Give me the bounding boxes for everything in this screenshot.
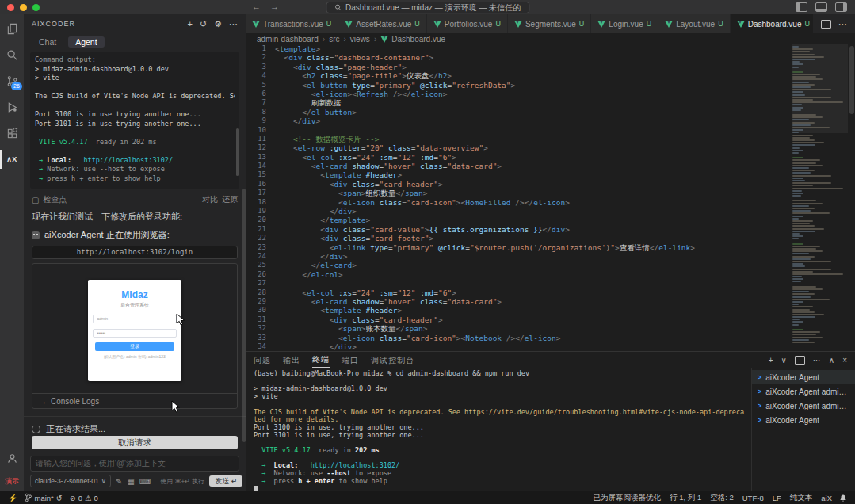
problems-item[interactable]: ⊘ 0 ⚠ 0: [70, 494, 98, 502]
code-line[interactable]: 1<template>: [246, 44, 855, 53]
forward-icon[interactable]: →: [270, 2, 279, 11]
code-line[interactable]: 34 </div>: [246, 342, 855, 351]
panel-tab-问题[interactable]: 问题: [254, 353, 271, 368]
breadcrumb-item[interactable]: src: [329, 35, 339, 44]
terminal-list-item[interactable]: >aiXcoder Agent admin-da...: [752, 384, 855, 399]
code-line[interactable]: 5 <el-button type="primary" @click="refr…: [246, 81, 855, 90]
code-line[interactable]: 10: [246, 126, 855, 135]
compare-link[interactable]: 对比: [202, 194, 218, 205]
toggle-sidebar-icon[interactable]: [796, 2, 807, 12]
code-line[interactable]: 26 </el-col>: [246, 270, 855, 279]
status-item[interactable]: aiX: [821, 494, 832, 502]
code-line[interactable]: 12 <el-row :gutter="20" class="data-over…: [246, 143, 855, 152]
notifications-bell-icon[interactable]: [839, 494, 847, 502]
code-line[interactable]: 13 <el-col :xs="24" :sm="12" :md="6">: [246, 153, 855, 162]
code-line[interactable]: 14 <el-card shadow="hover" class="data-c…: [246, 162, 855, 170]
editor-tab-transactions.vue[interactable]: Transactions.vueU: [246, 14, 338, 33]
breadcrumb-item[interactable]: views: [350, 35, 370, 44]
command-center[interactable]: Dashboard.vue — midaz — 演示环境 — 未信任的: [326, 2, 529, 13]
more-actions-icon[interactable]: ⋯: [838, 19, 847, 29]
code-line[interactable]: 19 </div>: [246, 207, 855, 216]
aixcoder-icon[interactable]: ∧X: [0, 151, 24, 167]
code-line[interactable]: 17 <span>组织数量</span>: [246, 189, 855, 197]
code-line[interactable]: 30 <template #header>: [246, 306, 855, 315]
back-icon[interactable]: ←: [252, 2, 261, 11]
minimap[interactable]: [792, 46, 848, 351]
code-line[interactable]: 21 <div class="card-value">{{ stats.orga…: [246, 225, 855, 234]
login-button[interactable]: 登录: [95, 342, 174, 351]
code-line[interactable]: 8 </el-button>: [246, 108, 855, 116]
code-line[interactable]: 9 </div>: [246, 116, 855, 125]
status-item[interactable]: LF: [773, 494, 781, 502]
editor-scrollbar[interactable]: [849, 44, 855, 351]
panel-tab-输出[interactable]: 输出: [283, 353, 300, 368]
terminal-profile-icon[interactable]: ∨: [781, 356, 787, 365]
editor-tab-layout.vue[interactable]: Layout.vueU: [658, 14, 730, 33]
close-window-button[interactable]: [7, 4, 14, 11]
editor-tab-login.vue[interactable]: Login.vueU: [591, 14, 658, 33]
code-line[interactable]: 27: [246, 279, 855, 288]
code-line[interactable]: 23 <el-link type="primary" @click="$rout…: [246, 243, 855, 252]
explorer-icon[interactable]: [0, 21, 24, 36]
settings-icon[interactable]: ⚙: [214, 19, 222, 29]
toggle-panel-icon[interactable]: [815, 2, 827, 12]
chat-input[interactable]: 请输入您的问题，使用'@'添加上下文: [30, 456, 239, 472]
status-item[interactable]: 行 1, 列 1: [670, 493, 701, 503]
code-line[interactable]: 25 </el-card>: [246, 261, 855, 269]
source-control-icon[interactable]: 26: [0, 73, 24, 89]
send-button[interactable]: 发送 ↵: [209, 475, 242, 487]
password-field[interactable]: ••••••: [93, 329, 176, 338]
more-icon[interactable]: ⋯: [229, 19, 238, 29]
split-editor-icon[interactable]: [821, 20, 831, 29]
code-line[interactable]: 18 <el-icon class="card-icon"><HomeFille…: [246, 198, 855, 207]
breadcrumb-item[interactable]: admin-dashboard: [257, 35, 319, 44]
more-icon[interactable]: ⋯: [813, 356, 821, 365]
browser-url-bar[interactable]: http://localhost:3102/login: [32, 246, 238, 259]
terminal[interactable]: (base) baibing@MacBook-Pro midaz % cd ad…: [246, 368, 752, 491]
editor-tab-dashboard.vue[interactable]: Dashboard.vueU×: [731, 14, 813, 33]
status-item[interactable]: 纯文本: [790, 493, 813, 503]
maximize-window-button[interactable]: [32, 4, 40, 11]
editor-tab-portfolios.vue[interactable]: Portfolios.vueU: [427, 14, 508, 33]
profile-badge[interactable]: 演示: [5, 476, 19, 487]
sidebar-scrollbar[interactable]: [242, 189, 246, 442]
new-chat-icon[interactable]: +: [187, 19, 192, 29]
tab-chat[interactable]: Chat: [32, 36, 63, 48]
model-selector[interactable]: claude-3-7-sonnet-01 ∨: [30, 475, 111, 487]
terminal-list-item[interactable]: >aiXcoder Agent: [752, 413, 855, 427]
panel-tab-调试控制台[interactable]: 调试控制台: [371, 353, 414, 368]
close-panel-icon[interactable]: ×: [842, 356, 847, 365]
pen-icon[interactable]: ✎: [116, 477, 122, 486]
code-line[interactable]: 4 <h2 class="page-title">仪表盘</h2>: [246, 71, 855, 80]
remote-indicator-icon[interactable]: ⚡: [8, 494, 17, 502]
code-line[interactable]: 11 <!-- 数据概览卡片 -->: [246, 135, 855, 143]
editor-tab-segments.vue[interactable]: Segments.vueU: [508, 14, 591, 33]
breadcrumb-item[interactable]: Dashboard.vue: [380, 35, 445, 44]
new-terminal-icon[interactable]: +: [769, 356, 773, 365]
status-item[interactable]: UTF-8: [742, 494, 764, 502]
code-line[interactable]: 31 <div class="card-header">: [246, 315, 855, 324]
code-line[interactable]: 28 <el-col :xs="24" :sm="12" :md="6">: [246, 288, 855, 297]
history-icon[interactable]: ↺: [200, 19, 207, 29]
code-line[interactable]: 16 <div class="card-header">: [246, 180, 855, 189]
restore-link[interactable]: 还原: [222, 194, 238, 205]
terminal-list-item[interactable]: >aiXcoder Agent: [752, 370, 855, 384]
keyboard-icon[interactable]: ⌨: [139, 477, 151, 486]
code-line[interactable]: 6 <el-icon><Refresh /></el-icon>: [246, 90, 855, 98]
extensions-icon[interactable]: [0, 125, 24, 141]
panel-tab-端口[interactable]: 端口: [342, 353, 359, 368]
terminal-list-item[interactable]: >aiXcoder Agent admin-da...: [752, 399, 855, 413]
maximize-panel-icon[interactable]: ∧: [829, 356, 834, 365]
search-icon[interactable]: [0, 47, 24, 63]
code-line[interactable]: 7 刷新数据: [246, 98, 855, 107]
code-line[interactable]: 20 </template>: [246, 216, 855, 224]
accounts-icon[interactable]: [0, 450, 24, 466]
minimize-window-button[interactable]: [20, 4, 27, 11]
code-line[interactable]: 32 <span>账本数量</span>: [246, 324, 855, 333]
cancel-request-button[interactable]: 取消请求: [32, 436, 238, 449]
split-terminal-icon[interactable]: [795, 356, 805, 365]
code-line[interactable]: 15 <template #header>: [246, 170, 855, 179]
code-line[interactable]: 3 <div class="page-header">: [246, 63, 855, 71]
code-line[interactable]: 2 <div class="dashboard-container">: [246, 53, 855, 62]
git-branch-item[interactable]: main* ↺: [25, 493, 62, 502]
